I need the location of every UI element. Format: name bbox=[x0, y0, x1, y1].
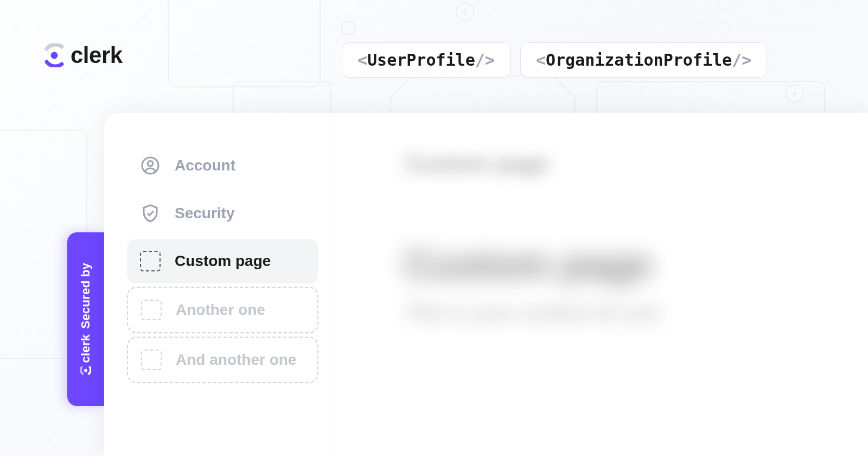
clerk-badge-icon: clerk bbox=[79, 334, 93, 376]
sidebar-item-label: Custom page bbox=[175, 252, 271, 270]
content-large-heading: Custom page bbox=[405, 242, 868, 287]
sidebar-item-label: And another one bbox=[176, 351, 296, 369]
sidebar-item-label: Account bbox=[175, 157, 235, 174]
secured-by-brand: clerk bbox=[79, 334, 93, 363]
svg-rect-0 bbox=[168, 0, 320, 87]
profile-card: Account Security Custom page Another one bbox=[104, 113, 868, 456]
organizationprofile-component-pill[interactable]: <OrganizationProfile/> bbox=[520, 42, 767, 78]
sidebar-item-label: Security bbox=[175, 205, 235, 222]
organizationprofile-component-name: OrganizationProfile bbox=[546, 50, 732, 69]
svg-point-5 bbox=[456, 3, 474, 21]
brand-logo: clerk bbox=[42, 42, 123, 68]
shield-icon bbox=[140, 203, 161, 224]
userprofile-component-name: UserProfile bbox=[367, 50, 475, 69]
clerk-logo-icon bbox=[42, 43, 66, 67]
sidebar-item-and-another-one[interactable]: And another one bbox=[127, 337, 318, 383]
placeholder-icon bbox=[141, 300, 162, 320]
brand-name: clerk bbox=[71, 42, 123, 68]
content-small-heading: Custom page bbox=[405, 151, 868, 177]
sidebar-item-security[interactable]: Security bbox=[127, 191, 318, 236]
user-icon bbox=[140, 155, 161, 176]
svg-point-6 bbox=[786, 85, 803, 102]
sidebar: Account Security Custom page Another one bbox=[104, 113, 334, 456]
placeholder-icon bbox=[141, 350, 162, 370]
content-subtitle: This is your custom for you bbox=[405, 302, 868, 325]
secured-by-prefix: Secured by bbox=[79, 263, 93, 329]
svg-point-12 bbox=[84, 369, 87, 372]
sidebar-item-account[interactable]: Account bbox=[127, 143, 318, 188]
svg-point-14 bbox=[148, 161, 153, 166]
sidebar-item-another-one[interactable]: Another one bbox=[127, 287, 318, 333]
svg-point-11 bbox=[51, 52, 58, 59]
main-content: Custom page Custom page This is your cus… bbox=[334, 113, 868, 456]
sidebar-item-label: Another one bbox=[176, 301, 265, 319]
secured-by-badge[interactable]: clerk Secured by bbox=[67, 232, 104, 406]
userprofile-component-pill[interactable]: <UserProfile/> bbox=[342, 42, 510, 78]
component-pills: <UserProfile/> <OrganizationProfile/> bbox=[342, 42, 767, 78]
svg-rect-4 bbox=[342, 22, 355, 35]
sidebar-item-custom-page[interactable]: Custom page bbox=[127, 239, 318, 283]
placeholder-icon bbox=[140, 251, 161, 271]
